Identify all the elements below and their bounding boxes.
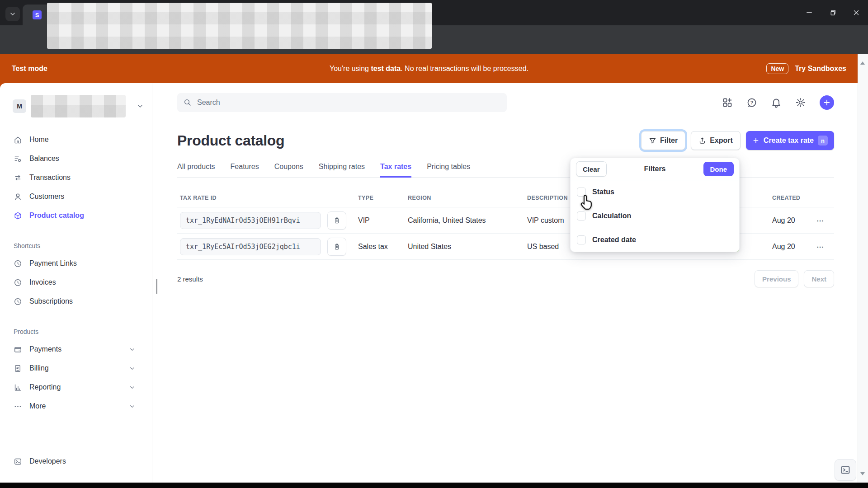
redacted-account-name: [31, 95, 126, 117]
chevron-down-icon[interactable]: [129, 384, 136, 391]
redacted-tab-and-url: [47, 3, 432, 49]
calculation-checkbox[interactable]: [577, 211, 586, 221]
results-count: 2 results: [177, 275, 203, 283]
region-cell: United States: [408, 243, 451, 251]
bar-chart-icon: [14, 383, 22, 392]
search-icon: [184, 99, 192, 107]
test-mode-message: You're using test data. No real transact…: [330, 65, 528, 73]
create-plus-button[interactable]: [820, 95, 834, 110]
tab-all-products[interactable]: All products: [177, 163, 215, 178]
dev-terminal-button[interactable]: [835, 459, 856, 481]
tab-coupons[interactable]: Coupons: [274, 163, 303, 178]
filter-option-created-date[interactable]: Created date: [571, 228, 739, 252]
tax-rate-id-pill[interactable]: txr_1RyEc5AIrOd53jOEG2jqbc1i: [180, 238, 321, 255]
clear-filters-button[interactable]: Clear: [576, 161, 607, 177]
copy-button[interactable]: [327, 238, 346, 256]
sidebar-item-more[interactable]: More: [0, 397, 152, 416]
created-date-checkbox[interactable]: [577, 235, 586, 244]
tab-tax-rates[interactable]: Tax rates: [380, 163, 411, 178]
create-tax-rate-button[interactable]: Create tax rate n: [746, 131, 834, 150]
sidebar-item-developers[interactable]: Developers: [0, 452, 152, 471]
previous-button[interactable]: Previous: [755, 270, 798, 287]
col-created: CREATED: [772, 195, 800, 201]
export-button[interactable]: Export: [691, 131, 741, 150]
customers-icon: [14, 192, 22, 201]
region-cell: California, United States: [408, 216, 486, 225]
done-button[interactable]: Done: [703, 162, 734, 176]
filter-option-calculation[interactable]: Calculation: [571, 204, 739, 228]
account-avatar: M: [13, 99, 26, 113]
next-button[interactable]: Next: [804, 270, 834, 287]
sidebar-item-invoices[interactable]: Invoices: [0, 273, 152, 292]
col-region: REGION: [408, 195, 431, 201]
help-icon[interactable]: ?: [746, 97, 757, 108]
sidebar-item-reporting[interactable]: Reporting: [0, 378, 152, 397]
clock-icon: [14, 278, 22, 287]
sidebar-item-subscriptions[interactable]: Subscriptions: [0, 292, 152, 311]
sidebar-item-transactions[interactable]: Transactions: [0, 168, 152, 187]
row-menu-button[interactable]: ⋯: [816, 216, 824, 225]
product-catalog-box-icon: [14, 211, 22, 220]
funnel-icon: [649, 137, 656, 145]
col-type: TYPE: [358, 195, 373, 201]
chevron-down-icon[interactable]: [129, 365, 136, 372]
export-icon: [698, 137, 706, 145]
search-input[interactable]: [196, 98, 469, 107]
search-bar[interactable]: [177, 93, 507, 112]
window-bottom-edge: [0, 483, 868, 488]
balances-icon: [14, 155, 22, 163]
close-button[interactable]: [844, 0, 868, 25]
app-launcher-icon[interactable]: [722, 97, 733, 108]
col-description: DESCRIPTION: [527, 195, 568, 201]
minimize-button[interactable]: [797, 0, 821, 25]
sidebar-item-balances[interactable]: Balances: [0, 149, 152, 168]
wallet-icon: [14, 345, 22, 354]
hand-cursor: [578, 193, 595, 210]
chevron-down-icon: [9, 10, 16, 18]
stripe-dashboard: M Home Balances Transactions Customers: [0, 83, 858, 483]
filter-button[interactable]: Filter: [641, 131, 685, 150]
browser-chrome: S Incognito: [0, 0, 868, 54]
try-sandboxes-link[interactable]: Try Sandboxes: [795, 65, 846, 73]
account-switcher[interactable]: M: [13, 95, 144, 117]
sidebar-item-billing[interactable]: Billing: [0, 359, 152, 378]
terminal-icon: [14, 457, 22, 466]
col-tax-rate-id: TAX RATE ID: [180, 195, 217, 201]
scroll-up-arrow[interactable]: [860, 61, 865, 65]
page-title: Product catalog: [177, 132, 284, 149]
tax-rate-id-pill[interactable]: txr_1RyEdNAIrOd53jOEH91rBqvi: [180, 212, 321, 229]
description-cell: VIP custom: [527, 216, 564, 225]
chevron-down-icon[interactable]: [129, 346, 136, 353]
notifications-bell-icon[interactable]: [771, 97, 782, 108]
filters-popup: Clear Filters Done Status Calculation Cr…: [570, 158, 740, 252]
sidebar-item-home[interactable]: Home: [0, 130, 152, 149]
description-cell: US based: [527, 243, 559, 251]
chevron-down-icon[interactable]: [129, 403, 136, 410]
row-menu-button[interactable]: ⋯: [816, 242, 824, 251]
svg-text:?: ?: [750, 100, 754, 105]
sidebar: M Home Balances Transactions Customers: [0, 83, 152, 483]
sidebar-item-product-catalog[interactable]: Product catalog: [0, 206, 152, 225]
text-caret: [156, 279, 157, 294]
tab-shipping-rates[interactable]: Shipping rates: [319, 163, 365, 178]
filter-option-status[interactable]: Status: [571, 180, 739, 204]
page-scrollbar[interactable]: [858, 54, 868, 483]
clock-icon: [14, 297, 22, 306]
home-icon: [14, 136, 22, 144]
chevron-down-icon: [137, 103, 144, 110]
clock-icon: [14, 259, 22, 268]
scroll-down-arrow[interactable]: [860, 472, 865, 475]
created-cell: Aug 20: [772, 216, 795, 225]
tab-search-button[interactable]: [5, 7, 20, 21]
sidebar-item-payments[interactable]: Payments: [0, 340, 152, 359]
tab-features[interactable]: Features: [231, 163, 259, 178]
tab-pricing-tables[interactable]: Pricing tables: [427, 163, 470, 178]
test-mode-label: Test mode: [12, 65, 47, 73]
restore-button[interactable]: [821, 0, 844, 25]
stripe-favicon: S: [33, 10, 42, 19]
sidebar-item-payment-links[interactable]: Payment Links: [0, 254, 152, 273]
sidebar-item-customers[interactable]: Customers: [0, 187, 152, 206]
billing-document-icon: [14, 364, 22, 373]
settings-gear-icon[interactable]: [795, 97, 806, 108]
copy-button[interactable]: [327, 211, 346, 230]
